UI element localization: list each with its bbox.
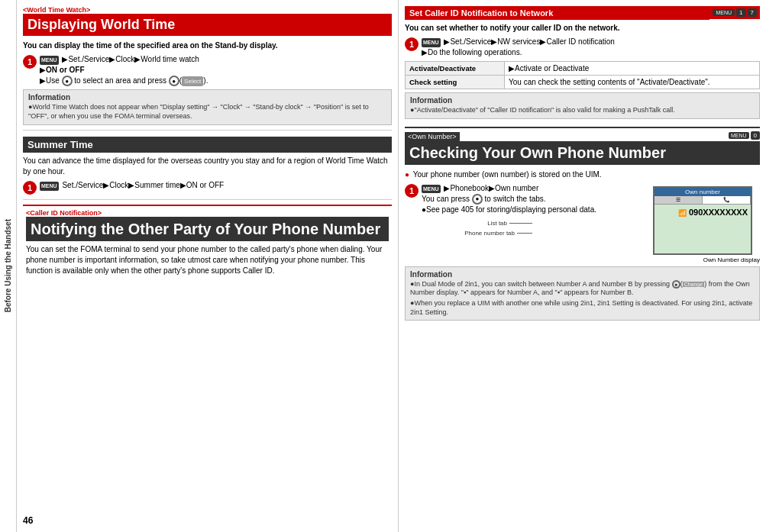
caller-id-network-info-text: ●"Activate/Deactivate" of "Caller ID not…	[410, 106, 755, 115]
summer-time-step1: 1 MENU Set./Service▶Clock▶Summer time▶ON…	[23, 180, 392, 195]
own-number-step-left: 1 MENU ▶Phonebook▶Own number You can pre…	[405, 183, 647, 263]
phone-display: Own number ☰ 📞 📶 090XXXXXXXX Own Number …	[653, 186, 760, 263]
list-tab-label: List tab	[487, 220, 507, 227]
phone-diagram-labels: List tab Phone number tab	[423, 220, 647, 237]
caller-id-title: Notifying the Other Party of Your Phone …	[26, 217, 389, 241]
settings-table: Activate/Deactivate ▶Activate or Deactiv…	[405, 61, 760, 89]
own-number-step-area: 1 MENU ▶Phonebook▶Own number You can pre…	[405, 183, 760, 263]
own-number-sub1: You can press ● to switch the tabs.	[422, 195, 546, 203]
divider-1	[23, 130, 392, 131]
right-column: Set Caller ID Notification to Network ME…	[399, 0, 766, 532]
world-time-instructions: ▶Set./Service▶Clock▶World time watch	[62, 55, 199, 63]
phone-tab-1: ☰	[654, 196, 703, 204]
step-number-2: 1	[23, 181, 37, 195]
own-number-header: <Own Number> MENU 0	[405, 131, 760, 141]
list-tab-label-row: List tab	[423, 220, 647, 227]
world-time-info-box: Information ●World Time Watch does not a…	[23, 89, 392, 124]
world-time-tag: <World Time Watch>	[23, 6, 392, 14]
caller-id-network-info-title: Information	[410, 96, 755, 105]
settings-col2-2: You can check the setting contents of "A…	[505, 76, 760, 89]
own-number-sub2: ●See page 405 for storing/displaying per…	[422, 205, 596, 214]
phone-screen-title: Own number	[654, 188, 751, 196]
phone-number: 📶 090XXXXXXXX	[654, 205, 751, 220]
phone-tabs: ☰ 📞	[654, 196, 751, 205]
own-number-tag: <Own Number>	[405, 132, 460, 141]
page-number: 46	[23, 515, 33, 526]
menu-icon-right-1: MENU	[422, 38, 441, 47]
settings-col1-2: Check setting	[406, 76, 505, 89]
own-number-info-text-2: ●When you replace a UIM with another one…	[410, 299, 755, 317]
own-number-info-title: Information	[410, 270, 755, 279]
phone-tab-line	[517, 233, 532, 234]
circle-icon-2: ●	[169, 76, 179, 86]
divider-2	[23, 199, 392, 200]
menu-icon-right-2: MENU	[422, 185, 441, 194]
own-number-title: Checking Your Own Phone Number	[405, 141, 760, 165]
summer-time-step1-content: MENU Set./Service▶Clock▶Summer time▶ON o…	[40, 180, 392, 191]
own-number-display-label: Own Number display	[653, 256, 760, 263]
menu-icon-1: MENU	[40, 56, 59, 65]
world-time-on-off: ▶ON or OFF	[40, 66, 85, 74]
badge-1: 1	[736, 8, 745, 17]
own-number-step1: 1 MENU ▶Phonebook▶Own number You can pre…	[405, 183, 647, 215]
caller-id-network-info-box: Information ●"Activate/Deactivate" of "C…	[405, 92, 760, 119]
world-time-info-text: ●World Time Watch does not appear when "…	[28, 103, 386, 121]
main-content: <World Time Watch> Displaying World Time…	[17, 0, 766, 532]
step-number-right-1: 1	[405, 37, 419, 51]
phone-tab-2: 📞	[703, 196, 751, 204]
phone-number-text: 090XXXXXXXX	[689, 208, 748, 217]
world-time-use: ▶Use ● to select an area and press ●(Sel…	[40, 76, 208, 85]
own-number-section: <Own Number> MENU 0 Checking Your Own Ph…	[405, 127, 760, 321]
bullet-icon-1: ●	[405, 170, 409, 179]
sidebar-label: Before Using the Handset	[4, 219, 12, 312]
phone-screen: Own number ☰ 📞 📶 090XXXXXXXX	[653, 186, 752, 255]
caller-id-tag: <Caller ID Notification>	[26, 209, 389, 217]
world-time-info-title: Information	[28, 93, 386, 102]
caller-id-network-tag: Set Caller ID Notification to Network	[409, 8, 553, 18]
own-number-badge-0: 0	[751, 131, 760, 140]
step-number-right-2: 1	[405, 184, 419, 198]
badge-menu: MENU	[713, 9, 735, 16]
sidebar: Before Using the Handset	[0, 0, 17, 532]
caller-id-network-step1: 1 MENU ▶Set./Service▶NW services▶Caller …	[405, 37, 760, 58]
badge-7: 7	[748, 8, 757, 17]
caller-id-desc: You can set the FOMA terminal to send yo…	[26, 244, 389, 276]
summer-time-title: Summer Time	[23, 137, 392, 153]
summer-time-instructions: Set./Service▶Clock▶Summer time▶ON or OFF	[62, 181, 224, 189]
world-time-step1: 1 MENU ▶Set./Service▶Clock▶World time wa…	[23, 54, 392, 86]
settings-col1-1: Activate/Deactivate	[406, 62, 505, 76]
summer-time-desc: You can advance the time displayed for t…	[23, 156, 392, 177]
caller-id-title-text: Notifying the Other Party of Your Phone …	[31, 221, 380, 237]
caller-id-network-step-content: MENU ▶Set./Service▶NW services▶Caller ID…	[422, 37, 760, 58]
world-time-desc: You can display the time of the specifie…	[23, 40, 392, 51]
menu-icon-2: MENU	[40, 182, 59, 191]
world-time-section: <World Time Watch> Displaying World Time…	[23, 6, 392, 125]
own-number-info-box: Information ●In Dual Mode of 2in1, you c…	[405, 266, 760, 321]
step-number-1: 1	[23, 55, 37, 69]
summer-time-section: Summer Time You can advance the time dis…	[23, 137, 392, 195]
circle-icon-1: ●	[62, 76, 73, 86]
select-button: Select	[182, 76, 203, 86]
circle-icon-4: ●	[672, 280, 680, 289]
change-btn: Change	[683, 282, 705, 287]
own-number-bullet1-text: Your phone number (own number) is stored…	[413, 170, 602, 179]
phone-tab-label: Phone number tab	[464, 230, 515, 237]
caller-id-network-header-bg: Set Caller ID Notification to Network	[405, 6, 709, 20]
world-time-step1-content: MENU ▶Set./Service▶Clock▶World time watc…	[40, 54, 392, 86]
settings-row-1: Activate/Deactivate ▶Activate or Deactiv…	[406, 62, 760, 76]
own-number-badge-area: MENU 0	[729, 131, 760, 140]
own-number-badge-menu: MENU	[729, 132, 749, 139]
caller-id-network-section: Set Caller ID Notification to Network ME…	[405, 6, 760, 119]
own-number-instructions: ▶Phonebook▶Own number	[444, 184, 538, 192]
header-badges: MENU 1 7	[709, 6, 760, 19]
caller-id-network-desc: You can set whether to notify your calle…	[405, 23, 760, 34]
world-time-title: Displaying World Time	[23, 14, 392, 36]
own-number-tag-area: <Own Number>	[405, 131, 460, 141]
own-number-info-text-1: ●In Dual Mode of 2in1, you can switch be…	[410, 280, 755, 298]
list-tab-line	[509, 223, 532, 224]
caller-id-section: <Caller ID Notification> Notifying the O…	[23, 205, 392, 282]
caller-id-network-instructions: ▶Set./Service▶NW services▶Caller ID noti…	[422, 37, 615, 56]
own-number-step-content: MENU ▶Phonebook▶Own number You can press…	[422, 183, 647, 215]
phone-tab-label-row: Phone number tab	[423, 230, 647, 237]
settings-row-2: Check setting You can check the setting …	[406, 76, 760, 89]
